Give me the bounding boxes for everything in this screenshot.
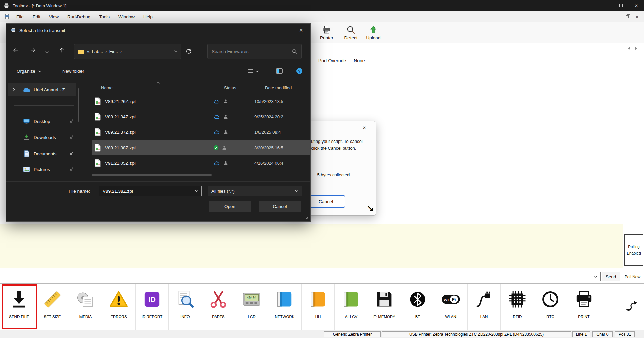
search-box[interactable] — [207, 44, 302, 59]
script-message-line2: click the Cancel button. — [311, 145, 363, 152]
address-bar[interactable]: « Lab... › Fir... › — [74, 44, 181, 59]
view-mode-button[interactable] — [243, 65, 263, 77]
breadcrumb-overflow[interactable]: « — [87, 49, 90, 54]
dialog-maximize-button[interactable] — [336, 124, 346, 131]
close-button[interactable]: ✕ — [629, 0, 644, 11]
zpl-file-icon — [94, 113, 101, 121]
toolbar-button-network[interactable]: NETWORK — [268, 284, 302, 330]
dialog-close-button[interactable]: ✕ — [359, 124, 369, 131]
column-header-date[interactable]: Date modified — [265, 85, 292, 90]
help-button[interactable]: ? — [292, 65, 307, 77]
toolbar-button-info[interactable]: INFO — [169, 284, 202, 330]
file-status — [213, 114, 254, 119]
file-row-selected[interactable]: V89.21.38Z.zpl 3/20/2025 16:5 — [92, 140, 310, 155]
back-button[interactable] — [10, 45, 21, 55]
toolbar-label-media: MEDIA — [79, 315, 92, 319]
menu-edit[interactable]: Edit — [28, 11, 45, 22]
toolbar-button-parts[interactable]: PARTS — [202, 284, 235, 330]
preview-pane-button[interactable] — [272, 65, 287, 77]
mdi-minimize-button[interactable]: ─ — [612, 13, 621, 21]
column-separator[interactable] — [221, 86, 221, 92]
sidebar-pictures-label: Pictures — [34, 167, 50, 172]
breadcrumb-crumb-lab[interactable]: Lab... — [92, 49, 103, 54]
search-input[interactable] — [212, 49, 292, 54]
file-row[interactable]: V91.21.05Z.zpl 4/16/2024 06:4 — [92, 156, 310, 170]
toolbar-button-send-file[interactable]: SEND FILE — [3, 284, 36, 330]
chevron-right-icon[interactable] — [12, 88, 16, 92]
file-row[interactable]: V89.21.26Z.zpl 10/5/2023 13:5 — [92, 94, 310, 109]
sidebar-item-desktop[interactable]: Desktop — [8, 115, 76, 128]
resize-grip-icon[interactable] — [304, 215, 309, 220]
tab-scroll-left-icon[interactable] — [628, 47, 630, 50]
toolbar-button-rfid[interactable]: RFID — [501, 284, 534, 330]
command-input[interactable] — [0, 274, 594, 279]
file-row[interactable]: V89.21.37Z.zpl 1/6/2025 08:4 — [92, 125, 310, 139]
organize-button[interactable]: Organize — [13, 65, 46, 77]
file-row[interactable]: V89.21.34Z.zpl 9/25/2024 20:2 — [92, 109, 310, 124]
titlebar: Toolbox - [* Data Window 1] ─ ✕ — [0, 0, 644, 11]
send-button[interactable]: Send — [602, 272, 620, 281]
sidebar-item-downloads[interactable]: Downloads — [8, 131, 76, 144]
menu-view[interactable]: View — [45, 11, 63, 22]
horizontal-scrollbar[interactable] — [92, 174, 212, 176]
toolbar-button-lcd[interactable]: 40404 LCD — [235, 284, 268, 330]
file-name-input[interactable] — [99, 189, 195, 194]
poll-now-button[interactable]: Poll Now — [622, 273, 643, 281]
chevron-down-icon[interactable] — [195, 189, 199, 193]
toolbar-button-e-memory[interactable]: E: MEMORY — [368, 284, 401, 330]
list-view-icon — [247, 68, 254, 74]
upload-button[interactable]: Upload — [362, 24, 384, 42]
toolbar-button-set-size[interactable]: SET SIZE — [36, 284, 69, 330]
column-header-status[interactable]: Status — [224, 85, 236, 90]
new-folder-button[interactable]: New folder — [58, 65, 88, 77]
refresh-button[interactable] — [183, 46, 194, 57]
breadcrumb-crumb-fir[interactable]: Fir... — [109, 49, 118, 54]
data-output-area[interactable] — [0, 224, 623, 268]
sidebar-scrollbar[interactable] — [78, 88, 79, 122]
menu-file[interactable]: File — [12, 11, 28, 22]
open-button[interactable]: Open — [209, 201, 251, 212]
file-type-select[interactable]: All files (*.*) — [208, 186, 302, 196]
forward-button[interactable] — [27, 45, 38, 55]
passthrough-icon[interactable] — [625, 298, 639, 313]
script-cancel-button[interactable]: Cancel — [306, 195, 345, 208]
sidebar-item-documents[interactable]: Documents — [8, 147, 76, 160]
toolbar-button-errors[interactable]: ERRORS — [102, 284, 136, 330]
toolbar-button-hh[interactable]: HH — [302, 284, 335, 330]
tab-scroll-right-icon[interactable] — [635, 47, 637, 50]
file-name-combo[interactable] — [99, 186, 202, 196]
menu-run-debug[interactable]: Run\Debug — [63, 11, 95, 22]
maximize-button[interactable] — [613, 0, 629, 11]
address-dropdown-icon[interactable] — [174, 49, 178, 53]
column-header-name[interactable]: Name — [101, 85, 113, 90]
search-icon — [292, 49, 297, 54]
recent-locations-button[interactable] — [42, 47, 52, 57]
column-separator[interactable] — [262, 86, 262, 92]
up-button[interactable] — [56, 45, 67, 55]
printer-button[interactable]: Printer — [315, 24, 339, 42]
command-combo[interactable] — [0, 272, 601, 281]
toolbar-button-print[interactable]: PRINT — [567, 284, 600, 330]
mdi-restore-button[interactable] — [623, 13, 631, 21]
toolbar-button-id-report[interactable]: ID ID REPORT — [136, 284, 169, 330]
combo-chevron-down-icon[interactable] — [594, 275, 598, 279]
mdi-close-button[interactable]: ✕ — [633, 13, 641, 21]
file-dialog-close-button[interactable]: ✕ — [291, 24, 310, 37]
menu-help[interactable]: Help — [139, 11, 157, 22]
toolbar-button-rtc[interactable]: RTC — [534, 284, 567, 330]
toolbar-button-bt[interactable]: BT — [401, 284, 434, 330]
detect-button[interactable]: Detect — [340, 24, 362, 42]
sidebar-item-pictures[interactable]: Pictures — [8, 163, 76, 176]
toolbar-button-media[interactable]: MEDIA — [69, 284, 102, 330]
port-override-label: Port Override: — [318, 58, 347, 63]
toolbar-button-allcv[interactable]: ALLCV — [335, 284, 368, 330]
menubar: File Edit View Run\Debug Tools Window He… — [0, 11, 644, 22]
minimize-button[interactable]: ─ — [598, 0, 613, 11]
menu-tools[interactable]: Tools — [95, 11, 114, 22]
dialog-cancel-button[interactable]: Cancel — [259, 201, 301, 212]
dialog-minimize-button[interactable]: ─ — [312, 124, 322, 131]
toolbar-button-wlan[interactable]: wiFi WLAN — [434, 284, 468, 330]
sidebar-item-onedrive[interactable]: Uriel Amauri - Z — [8, 83, 76, 96]
menu-window[interactable]: Window — [114, 11, 139, 22]
toolbar-button-lan[interactable]: LAN — [468, 284, 501, 330]
